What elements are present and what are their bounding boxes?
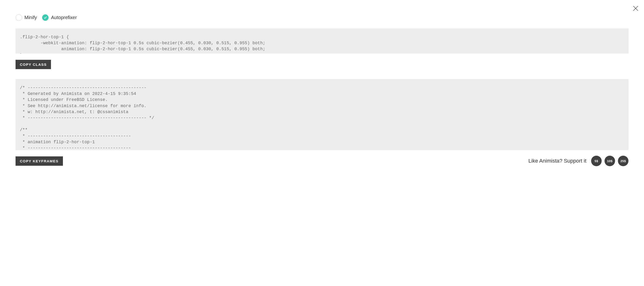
autoprefixer-option[interactable]: Autoprefixer	[42, 14, 77, 21]
support-text: Like Animista? Support it	[528, 158, 586, 164]
donate-25-button[interactable]: 25$	[618, 156, 628, 166]
copy-class-button[interactable]: COPY CLASS	[16, 60, 51, 69]
minify-option[interactable]: Minify	[16, 14, 37, 21]
class-code-block[interactable]: .flip-2-hor-top-1 { -webkit-animation: f…	[16, 28, 628, 54]
copy-keyframes-button[interactable]: COPY KEYFRAMES	[16, 156, 63, 166]
bottom-row: COPY KEYFRAMES Like Animista? Support it…	[16, 156, 628, 166]
donate-5-button[interactable]: 5$	[591, 156, 602, 166]
options-row: Minify Autoprefixer	[16, 14, 628, 21]
autoprefixer-label: Autoprefixer	[51, 15, 77, 20]
support-section: Like Animista? Support it 5$ 10$ 25$	[528, 156, 628, 166]
donate-buttons: 5$ 10$ 25$	[591, 156, 628, 166]
close-icon[interactable]	[632, 5, 639, 12]
minify-label: Minify	[24, 15, 37, 20]
keyframes-code-block[interactable]: /* -------------------------------------…	[16, 79, 628, 150]
minify-checkbox[interactable]	[16, 14, 22, 21]
donate-10-button[interactable]: 10$	[604, 156, 615, 166]
autoprefixer-checkbox[interactable]	[42, 14, 48, 21]
